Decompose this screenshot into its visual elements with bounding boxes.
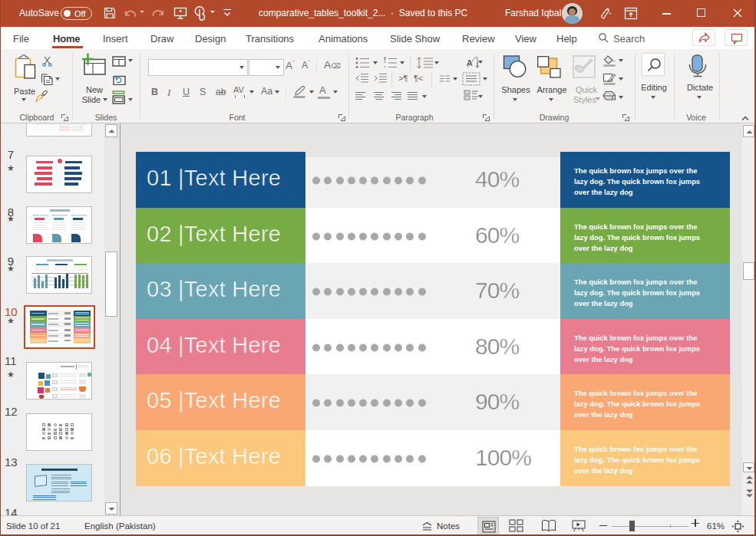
svg-text:A: A	[467, 58, 473, 67]
